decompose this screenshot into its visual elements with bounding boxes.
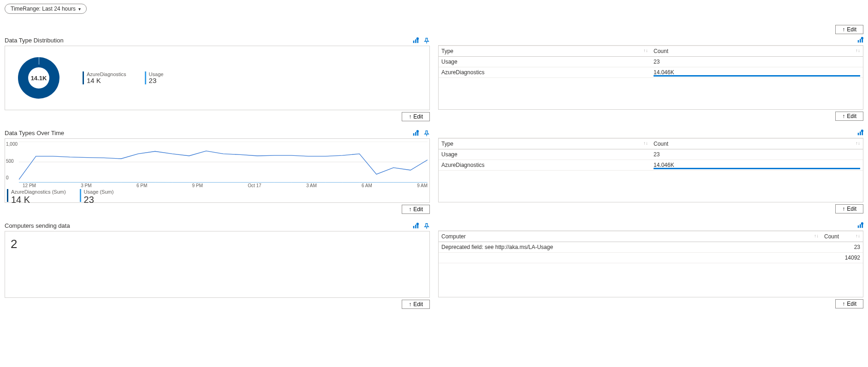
svg-point-20 [861, 130, 863, 132]
svg-rect-21 [413, 226, 415, 228]
cell-computer: Deprecated field: see http://aka.ms/LA-U… [439, 242, 821, 253]
svg-rect-18 [860, 131, 861, 135]
computers-count: 2 [9, 234, 426, 254]
legend-name: AzureDiagnostics [87, 71, 126, 77]
legend-swatch [145, 71, 146, 84]
table-row[interactable]: AzureDiagnostics14.046K [439, 160, 863, 171]
panel-computers: 2 [5, 231, 430, 298]
svg-rect-9 [413, 133, 415, 136]
svg-point-29 [861, 222, 863, 225]
legend-value: 14 K [87, 77, 126, 85]
series-legend: AzureDiagnostics (Sum) 14 K Usage (Sum) … [5, 188, 429, 205]
cell-count: 23 [651, 57, 863, 67]
legend-value: 23 [149, 77, 164, 85]
cell-count: 14092 [821, 253, 863, 263]
donut-chart: 14.1K [18, 57, 59, 99]
col-label: Count [824, 233, 839, 240]
edit-label: Edit [847, 26, 856, 33]
log-analytics-icon[interactable] [857, 37, 863, 43]
table-row[interactable]: Usage23 [439, 57, 863, 67]
svg-point-24 [416, 223, 419, 225]
svg-point-8 [861, 37, 863, 39]
log-analytics-icon[interactable] [412, 37, 419, 44]
edit-icon: ↑ [409, 301, 411, 308]
panel-overtime: 1,000 500 0 12 PM3 PM6 PM9 PMOct 173 AM6… [5, 138, 430, 203]
edit-label: Edit [847, 206, 856, 212]
pin-icon[interactable] [423, 130, 430, 136]
edit-label: Edit [413, 301, 423, 308]
table-row[interactable]: Deprecated field: see http://aka.ms/LA-U… [439, 242, 863, 253]
col-type[interactable]: Type↑↓ [439, 46, 651, 57]
panel-distribution: 14.1K AzureDiagnostics 14 K Usage [5, 46, 430, 110]
cell-type: AzureDiagnostics [439, 160, 651, 171]
cell-type: Usage [439, 149, 651, 160]
svg-point-3 [416, 37, 419, 40]
svg-point-12 [416, 130, 419, 132]
cell-type: Usage [439, 57, 651, 67]
sort-icon: ↑↓ [856, 233, 860, 238]
cell-count: 23 [651, 149, 863, 160]
panel-type-count-2: Type↑↓ Count↑↓ Usage23AzureDiagnostics14… [438, 138, 863, 202]
svg-rect-1 [415, 39, 416, 43]
svg-rect-17 [858, 133, 859, 135]
log-analytics-icon[interactable] [412, 130, 419, 136]
sort-icon: ↑↓ [814, 233, 819, 238]
edit-label: Edit [847, 113, 856, 119]
pin-icon[interactable] [423, 223, 430, 229]
sort-icon: ↑↓ [856, 141, 860, 146]
col-label: Type [441, 48, 453, 54]
edit-button-top[interactable]: ↑ Edit [835, 25, 863, 34]
cell-count: 23 [821, 242, 863, 253]
sort-icon: ↑↓ [643, 48, 648, 53]
svg-rect-10 [415, 132, 416, 136]
edit-button[interactable]: ↑ Edit [402, 205, 430, 214]
chevron-down-icon: ▾ [78, 6, 81, 12]
svg-rect-26 [858, 225, 859, 228]
edit-icon: ↑ [842, 301, 845, 307]
edit-button[interactable]: ↑ Edit [835, 112, 863, 121]
col-count[interactable]: Count↑↓ [821, 231, 863, 242]
col-count[interactable]: Count↑↓ [651, 139, 863, 149]
edit-icon: ↑ [409, 206, 411, 213]
edit-icon: ↑ [842, 113, 845, 119]
cell-count: 14.046K [651, 67, 863, 78]
col-count[interactable]: Count↑↓ [651, 46, 863, 57]
log-analytics-icon[interactable] [412, 223, 419, 229]
table-row[interactable]: AzureDiagnostics14.046K [439, 67, 863, 78]
col-type[interactable]: Type↑↓ [439, 139, 651, 149]
edit-button[interactable]: ↑ Edit [835, 204, 863, 213]
donut-legend: AzureDiagnostics 14 K Usage 23 [83, 71, 163, 85]
log-analytics-icon[interactable] [857, 130, 863, 136]
panel-type-count-1: Type↑↓ Count↑↓ Usage23AzureDiagnostics14… [438, 45, 863, 110]
svg-rect-0 [413, 41, 415, 43]
edit-button[interactable]: ↑ Edit [402, 300, 430, 309]
legend-name: Usage (Sum) [84, 189, 114, 195]
y-axis-labels: 1,000 500 0 [6, 141, 18, 181]
col-label: Computer [441, 233, 466, 240]
log-analytics-icon[interactable] [857, 222, 863, 229]
edit-button[interactable]: ↑ Edit [835, 299, 863, 308]
svg-rect-5 [858, 40, 859, 42]
col-computer[interactable]: Computer↑↓ [439, 231, 821, 242]
cell-computer [439, 253, 821, 263]
timerange-selector[interactable]: TimeRange: Last 24 hours ▾ [5, 4, 87, 14]
table-row[interactable]: Usage23 [439, 149, 863, 160]
timerange-label: TimeRange: Last 24 hours [11, 6, 76, 12]
sort-icon: ↑↓ [643, 141, 648, 146]
edit-icon: ↑ [409, 113, 411, 120]
sort-icon: ↑↓ [856, 48, 860, 53]
legend-swatch [83, 71, 84, 84]
cell-type: AzureDiagnostics [439, 67, 651, 78]
edit-icon: ↑ [842, 26, 845, 33]
legend-value: 14 K [11, 195, 66, 205]
legend-name: AzureDiagnostics (Sum) [11, 189, 66, 195]
col-label: Count [654, 141, 668, 147]
edit-button[interactable]: ↑ Edit [402, 112, 430, 121]
svg-rect-27 [860, 224, 861, 228]
table-row[interactable]: 14092 [439, 253, 863, 263]
legend-name: Usage [149, 71, 164, 77]
legend-value: 23 [84, 195, 114, 205]
col-label: Count [654, 48, 668, 54]
edit-label: Edit [413, 206, 423, 213]
pin-icon[interactable] [423, 37, 430, 44]
